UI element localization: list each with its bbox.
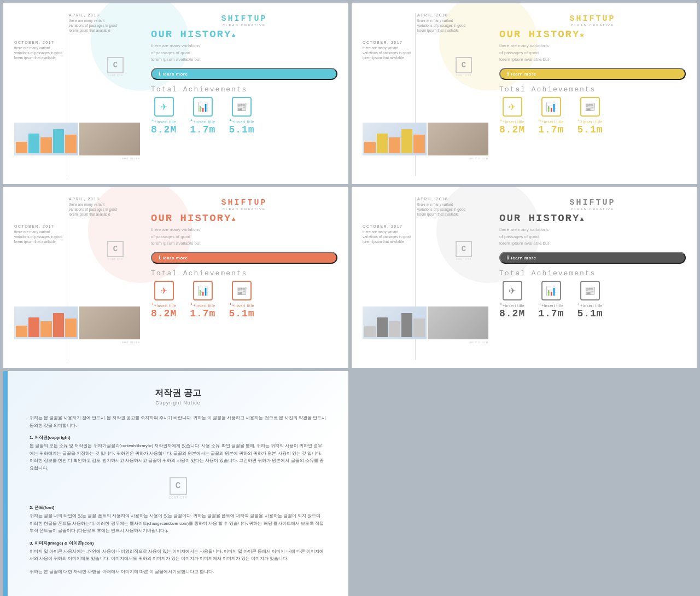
april-block-3: APRIL, 2018 there are many variant varia…	[69, 197, 118, 217]
october-text-2: there are many variant variations of pas…	[363, 45, 412, 60]
insert-title-2-3: ++insert title	[578, 118, 603, 124]
stat-1-2: 1.7m	[190, 124, 215, 135]
history-subtitle-3: there are many variations of passages of…	[151, 227, 244, 247]
logo-sub-4: CLEAN CREATIVE	[499, 207, 686, 211]
achievements-row-4: ✈ ++insert title 8.2M 📊 ++insert title 1…	[499, 281, 686, 319]
copyright-section-1-title: 1. 저작권(copyright)	[30, 435, 326, 441]
achievement-1-2: 📊 ++insert title 1.7m	[190, 97, 215, 135]
end-more-1: end more	[14, 157, 140, 160]
achievement-icon-4-2: 📊	[541, 281, 561, 300]
images-row	[14, 123, 140, 155]
logo-1: SHIFTUP CLEAN CREATIVE	[151, 13, 337, 27]
stat-1-1: 8.2M	[151, 124, 177, 135]
achievement-icon-3-2: 📊	[193, 281, 213, 300]
photo-image-1	[79, 123, 140, 155]
copyright-section-2-title: 2. 폰트(font)	[30, 505, 326, 511]
chart-image-2	[363, 123, 427, 155]
copyright-c-logo: C CONT·CTR	[30, 477, 326, 499]
achievement-icon-3-3: 📰	[232, 281, 252, 300]
insert-title-3-2: ++insert title	[190, 302, 215, 308]
copyright-section: 저작권 공고 Copyright Notice 귀하는 본 글꼴을 사용하기 전…	[3, 371, 348, 596]
achievement-icon-4-1: ✈	[503, 281, 522, 300]
copyright-section-2-body: 귀하는 글꼴 내의 타인에 있는 글꼴 폰트의 사용하여 사용하는 사용이 있는…	[30, 512, 326, 535]
achievement-1-1: ✈ ++insert title 8.2M	[151, 97, 177, 135]
achievement-icon-2-3: 📰	[580, 97, 600, 117]
april-date-3: APRIL, 2018	[69, 197, 118, 201]
achievement-2-1: ✈ ++insert title 8.2M	[499, 97, 525, 135]
stat-3-2: 1.7m	[190, 308, 215, 319]
c-logo-2: C CONT·CTR	[456, 57, 472, 77]
achievements-row-2: ✈ ++insert title 8.2M 📊 ++insert title 1…	[499, 97, 686, 135]
end-more-3: end more	[14, 340, 140, 344]
april-block-4: APRIL, 2018 there are many variant varia…	[417, 197, 466, 217]
stat-1-3: 5.1m	[229, 124, 254, 135]
achievement-icon-4-3: 📰	[580, 281, 600, 300]
copyright-section-3-body: 이미지 및 아이콘 사용시에는, 개인에 사용이나 비영리적으로 사용이 있는 …	[30, 548, 326, 563]
insert-title-4-1: ++insert title	[500, 302, 525, 308]
insert-title-4-3: ++insert title	[578, 302, 603, 308]
c-logo-1: C CONT·CTR	[107, 57, 124, 77]
stat-3-3: 5.1m	[229, 308, 254, 319]
history-title-4: OUR HISTORY▲	[499, 213, 686, 224]
achievement-3-1: ✈ ++insert title 8.2M	[151, 281, 177, 319]
october-date-3: OCTOBER, 2017	[14, 224, 63, 228]
total-achievements-2: Total Achievements	[499, 85, 686, 94]
images-row-3	[14, 306, 140, 339]
learn-more-btn-4[interactable]: ℹ learn more	[499, 252, 686, 264]
logo-sub-3: CLEAN CREATIVE	[151, 207, 337, 211]
april-block: APRIL, 2018 there are many variant varia…	[69, 13, 118, 33]
logo-3: SHIFTUP CLEAN CREATIVE	[151, 197, 337, 211]
insert-title-3-3: ++insert title	[229, 302, 254, 308]
chart-image-1	[14, 123, 78, 155]
total-achievements-1: Total Achievements	[151, 85, 337, 94]
learn-more-btn-1[interactable]: ℹ learn more	[151, 68, 337, 80]
copyright-body-intro: 귀하는 본 글꼴을 사용하기 전에 반드시 본 저작권 공고를 숙지하여 주시기…	[30, 414, 326, 429]
c-logo-3: C CONT·CTR	[107, 241, 124, 261]
main-grid: APRIL, 2018 there are many variant varia…	[0, 0, 700, 596]
october-block: OCTOBER, 2017 there are many variant var…	[14, 40, 63, 60]
achievement-3-2: 📊 ++insert title 1.7m	[190, 281, 215, 319]
october-text-4: there are many variant variations of pas…	[363, 229, 412, 244]
end-more-4: end more	[363, 340, 488, 344]
logo-main-4: SHIFTUP	[499, 197, 686, 207]
october-date: OCTOBER, 2017	[14, 40, 63, 44]
achievement-icon-2-2: 📊	[541, 97, 561, 117]
history-title-3: OUR HISTORY▲	[151, 213, 337, 224]
slide-4: APRIL, 2018 there are many variant varia…	[352, 187, 697, 368]
history-subtitle-1: there are many variations of passages of…	[151, 43, 244, 63]
images-row-2	[363, 123, 488, 155]
photo-image-4	[428, 306, 488, 339]
end-more-2: end more	[363, 157, 488, 160]
achievement-1-3: 📰 ++insert title 5.1m	[229, 97, 254, 135]
chart-image-4	[363, 306, 427, 339]
achievement-4-2: 📊 ++insert title 1.7m	[538, 281, 564, 319]
logo-4: SHIFTUP CLEAN CREATIVE	[499, 197, 686, 211]
stat-4-1: 8.2M	[499, 308, 525, 319]
learn-more-btn-2[interactable]: ℹ learn more	[499, 68, 686, 80]
insert-title-2-1: ++insert title	[500, 118, 525, 124]
achievements-row-3: ✈ ++insert title 8.2M 📊 ++insert title 1…	[151, 281, 337, 319]
learn-more-btn-3[interactable]: ℹ learn more	[151, 252, 337, 264]
achievement-icon-3-1: ✈	[154, 281, 174, 300]
october-date-4: OCTOBER, 2017	[363, 224, 412, 228]
achievement-icon-2-1: ✈	[503, 97, 522, 117]
copyright-section-1-body: 본 글꼴의 모든 소유 및 저작권은 귀하가글꼴과(contentslibrar…	[30, 442, 326, 472]
april-date: APRIL, 2018	[69, 13, 118, 17]
stat-2-1: 8.2M	[499, 124, 525, 135]
achievement-2-2: 📊 ++insert title 1.7m	[538, 97, 564, 135]
achievement-icon-1-3: 📰	[232, 97, 252, 117]
insert-title-2-2: ++insert title	[539, 118, 564, 124]
logo-main-1: SHIFTUP	[151, 13, 337, 24]
logo-main-2: SHIFTUP	[499, 13, 686, 24]
insert-title-3-1: ++insert title	[151, 302, 177, 308]
october-text: there are many variant variations of pas…	[14, 45, 63, 60]
logo-main-3: SHIFTUP	[151, 197, 337, 207]
insert-title-1-2: ++insert title	[190, 118, 215, 124]
slide-1: APRIL, 2018 there are many variant varia…	[3, 3, 348, 184]
copyright-title-en: Copyright Notice	[30, 400, 326, 406]
october-text-3: there are many variant variations of pas…	[14, 229, 63, 244]
images-row-4	[363, 306, 488, 339]
gray-panel	[352, 371, 697, 596]
october-block-3: OCTOBER, 2017 there are many variant var…	[14, 224, 63, 244]
logo-2: SHIFTUP CLEAN CREATIVE	[499, 13, 686, 27]
